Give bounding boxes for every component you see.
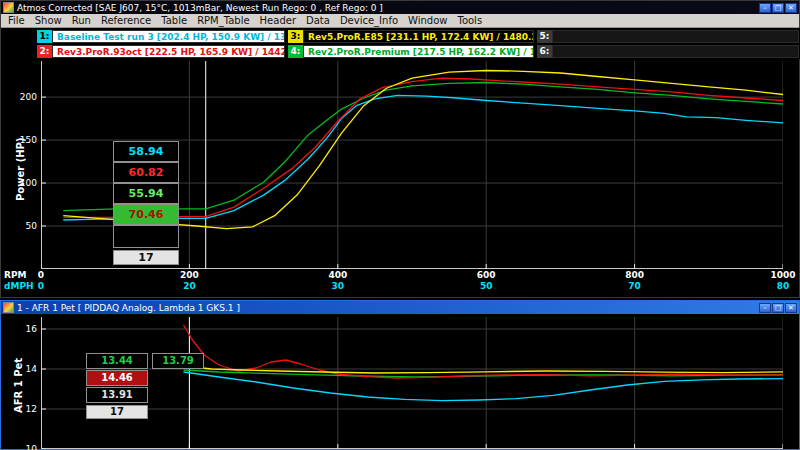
y-tick-label: 16 bbox=[15, 324, 37, 334]
y-tick-label: 200 bbox=[15, 92, 37, 102]
legend-run-label[interactable]: Rev5.ProR.E85 [231.1 HP, 172.4 KW] / 148… bbox=[303, 30, 534, 43]
run-legend: 1:Baseline Test run 3 [202.4 HP, 150.9 K… bbox=[1, 28, 800, 59]
cursor-value-box: 70.46 bbox=[113, 204, 179, 225]
dmph-tick-label: 0 bbox=[27, 281, 55, 291]
menu-header[interactable]: Header bbox=[255, 15, 301, 26]
afr-chart-svg bbox=[41, 317, 783, 449]
menu-file[interactable]: File bbox=[3, 15, 30, 26]
cursor-value-box: 13.91 bbox=[86, 387, 148, 403]
dmph-axis-row: dMPH 02030507080 bbox=[1, 281, 800, 291]
top-window-title: Atmos Corrected [SAE J607, 15°C, 1013mBa… bbox=[17, 3, 756, 13]
afr-app-icon bbox=[3, 302, 14, 313]
legend-run-label[interactable]: Baseline Test run 3 [202.4 HP, 150.9 KW]… bbox=[52, 30, 285, 43]
legend-run-label[interactable] bbox=[552, 45, 799, 58]
rpm-tick-label: 800 bbox=[621, 270, 649, 280]
cursor-value-box: 17 bbox=[86, 405, 148, 419]
rpm-axis-name: RPM bbox=[4, 270, 26, 280]
menu-show[interactable]: Show bbox=[30, 15, 67, 26]
y-tick-label: 150 bbox=[15, 135, 37, 145]
rpm-tick-label: 400 bbox=[324, 270, 352, 280]
menu-reference[interactable]: Reference bbox=[96, 15, 156, 26]
bottom-titlebar: 1 - AFR 1 Pet [ PIDDAQ Analog. Lambda 1 … bbox=[1, 301, 799, 314]
legend-slot-number: 4: bbox=[288, 45, 303, 58]
y-tick-label: 14 bbox=[15, 364, 37, 374]
menu-table[interactable]: Table bbox=[156, 15, 192, 26]
maximize-button-icon[interactable]: □ bbox=[772, 303, 784, 313]
legend-slot-number: 3: bbox=[288, 30, 303, 43]
minimize-button-icon[interactable]: – bbox=[759, 303, 771, 313]
top-titlebar: Atmos Corrected [SAE J607, 15°C, 1013mBa… bbox=[1, 1, 799, 14]
legend-run-label[interactable] bbox=[552, 30, 799, 43]
bottom-window-controls: –□✕ bbox=[759, 303, 797, 313]
power-chart-window: Atmos Corrected [SAE J607, 15°C, 1013mBa… bbox=[0, 0, 800, 298]
cursor-value-box: 17 bbox=[113, 250, 179, 265]
menu-rpm_table[interactable]: RPM_Table bbox=[192, 15, 254, 26]
afr-chart-window: 1 - AFR 1 Pet [ PIDDAQ Analog. Lambda 1 … bbox=[0, 300, 800, 450]
dmph-tick-label: 50 bbox=[472, 281, 500, 291]
afr-plot-area[interactable] bbox=[41, 317, 783, 449]
legend-run-label[interactable]: Rev3.ProR.93oct [222.5 HP, 165.9 KW] / 1… bbox=[52, 45, 285, 58]
close-button-icon[interactable]: ✕ bbox=[785, 3, 797, 13]
dmph-tick-label: 70 bbox=[621, 281, 649, 291]
y-tick-label: 10 bbox=[15, 444, 37, 450]
rpm-tick-label: 200 bbox=[175, 270, 203, 280]
menu-bar: FileShowRunReferenceTableRPM_TableHeader… bbox=[1, 14, 799, 28]
menu-device_info[interactable]: Device_Info bbox=[335, 15, 403, 26]
dmph-tick-label: 80 bbox=[769, 281, 797, 291]
minimize-button-icon[interactable]: – bbox=[759, 3, 771, 13]
menu-data[interactable]: Data bbox=[301, 15, 335, 26]
legend-slot-number: 6: bbox=[537, 45, 552, 58]
cursor-value-box: 60.82 bbox=[113, 162, 179, 183]
legend-slot-number: 2: bbox=[37, 45, 52, 58]
cursor-value-box: 13.79 bbox=[152, 353, 204, 369]
cursor-value-box: 13.44 bbox=[86, 353, 148, 369]
legend-slot-1[interactable]: 1:Baseline Test run 3 [202.4 HP, 150.9 K… bbox=[37, 30, 285, 43]
legend-slot-number: 1: bbox=[37, 30, 52, 43]
legend-slot-2[interactable]: 2:Rev3.ProR.93oct [222.5 HP, 165.9 KW] /… bbox=[37, 45, 285, 58]
curve-rev3-pror-93oct bbox=[184, 325, 784, 378]
empty-value-box bbox=[113, 225, 179, 248]
legend-slot-5[interactable]: 5: bbox=[537, 30, 799, 43]
y-tick-label: 12 bbox=[15, 404, 37, 414]
cursor-value-box: 55.94 bbox=[113, 183, 179, 204]
power-y-axis-label: Power (HP) bbox=[15, 138, 26, 201]
cursor-value-box: 58.94 bbox=[113, 141, 179, 162]
maximize-button-icon[interactable]: □ bbox=[772, 3, 784, 13]
rpm-axis-row: RPM 02004006008001000 bbox=[1, 270, 800, 280]
menu-run[interactable]: Run bbox=[67, 15, 96, 26]
rpm-tick-label: 600 bbox=[472, 270, 500, 280]
top-window-controls: –□✕ bbox=[759, 3, 797, 13]
legend-slot-number: 5: bbox=[537, 30, 552, 43]
cursor-value-box: 14.46 bbox=[86, 370, 148, 386]
rpm-tick-label: 0 bbox=[27, 270, 55, 280]
legend-slot-6[interactable]: 6: bbox=[537, 45, 799, 58]
rpm-tick-label: 1000 bbox=[769, 270, 797, 280]
menu-tools[interactable]: Tools bbox=[452, 15, 487, 26]
dmph-tick-label: 30 bbox=[324, 281, 352, 291]
y-tick-label: 100 bbox=[15, 178, 37, 188]
bottom-window-title: 1 - AFR 1 Pet [ PIDDAQ Analog. Lambda 1 … bbox=[17, 303, 756, 313]
menu-window[interactable]: Window bbox=[403, 15, 452, 26]
legend-slot-3[interactable]: 3:Rev5.ProR.E85 [231.1 HP, 172.4 KW] / 1… bbox=[288, 30, 534, 43]
legend-run-label[interactable]: Rev2.ProR.Premium [217.5 HP, 162.2 KW] /… bbox=[303, 45, 534, 58]
y-tick-label: 50 bbox=[15, 221, 37, 231]
app-icon bbox=[3, 2, 14, 13]
dmph-tick-label: 20 bbox=[175, 281, 203, 291]
legend-slot-4[interactable]: 4:Rev2.ProR.Premium [217.5 HP, 162.2 KW]… bbox=[288, 45, 534, 58]
close-button-icon[interactable]: ✕ bbox=[785, 303, 797, 313]
